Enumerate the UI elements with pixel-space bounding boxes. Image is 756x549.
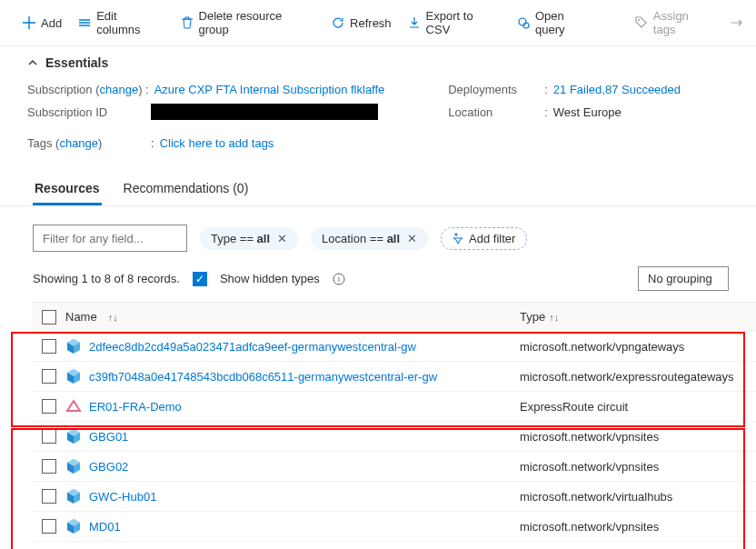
query-icon: [517, 16, 530, 29]
col-name-header[interactable]: Name↑↓: [65, 310, 520, 324]
subscription-label: Subscription (change) :: [27, 83, 149, 96]
resource-icon: [65, 368, 82, 384]
add-filter-label: Add filter: [469, 232, 515, 245]
chip-location[interactable]: Location == all ✕: [311, 227, 428, 250]
show-hidden-checkbox[interactable]: [193, 272, 207, 286]
tabs: Resources Recommendations (0): [0, 165, 756, 206]
delete-button[interactable]: Delete resource group: [181, 9, 316, 36]
tags-value-link[interactable]: Click here to add tags: [160, 136, 274, 150]
tags-change-link[interactable]: change: [59, 136, 98, 150]
row-checkbox[interactable]: [42, 429, 56, 444]
resource-icon: [65, 398, 82, 414]
arrow-right-icon: [731, 16, 743, 29]
row-checkbox[interactable]: [42, 339, 56, 354]
add-filter-button[interactable]: Add filter: [441, 227, 527, 250]
refresh-icon: [332, 16, 344, 29]
subscription-id-label: Subscription ID: [27, 105, 145, 119]
svg-point-0: [519, 18, 526, 25]
row-checkbox[interactable]: [42, 369, 56, 384]
resource-name-link[interactable]: GWC-Hub01: [89, 490, 156, 504]
chip-type[interactable]: Type == all ✕: [200, 227, 298, 250]
svg-text:i: i: [338, 274, 340, 284]
refresh-label: Refresh: [350, 16, 392, 30]
deployments-label: Deployments: [448, 83, 539, 96]
resource-name-link[interactable]: GBG02: [89, 460, 128, 474]
subscription-change-link[interactable]: change: [99, 83, 138, 96]
essentials-title: Essentials: [45, 55, 108, 70]
essentials-toggle[interactable]: Essentials: [0, 46, 756, 79]
add-button[interactable]: Add: [23, 16, 62, 30]
resource-name-link[interactable]: MD01: [89, 520, 121, 534]
filter-bar: Type == all ✕ Location == all ✕ Add filt…: [0, 206, 756, 261]
table-row: GBG02microsoft.network/vpnsites: [33, 452, 756, 482]
table-row: vWAN-DemoVirtual WAN: [33, 542, 756, 549]
svg-point-2: [638, 19, 640, 21]
deployments-value-link[interactable]: 21 Failed,87 Succeeded: [553, 83, 681, 96]
delete-label: Delete resource group: [199, 9, 316, 36]
grouping-select[interactable]: No grouping: [638, 266, 729, 291]
assign-tags-label: Assign tags: [653, 9, 714, 36]
select-all-checkbox[interactable]: [42, 310, 56, 324]
subscription-id-value: [151, 104, 378, 120]
row-checkbox[interactable]: [42, 459, 56, 474]
row-checkbox[interactable]: [42, 399, 56, 414]
resource-type: microsoft.network/vpnsites: [520, 460, 756, 474]
table-row: c39fb7048a0e41748543bcdb068c6511-germany…: [33, 362, 756, 392]
colon: :: [544, 105, 548, 119]
info-icon[interactable]: i: [333, 273, 345, 285]
resource-icon: [65, 428, 82, 444]
table-row: MD01microsoft.network/vpnsites: [33, 512, 756, 542]
tab-resources[interactable]: Resources: [33, 174, 102, 205]
resource-type: microsoft.network/vpnsites: [520, 430, 756, 444]
resource-icon: [65, 488, 82, 504]
subscription-name-link[interactable]: Azure CXP FTA Internal Subscription flkl…: [154, 83, 385, 96]
sort-icon: ↑↓: [549, 312, 559, 323]
resource-name-link[interactable]: ER01-FRA-Demo: [89, 400, 182, 414]
resource-icon: [65, 458, 82, 474]
resource-type: microsoft.network/virtualhubs: [520, 490, 756, 504]
columns-icon: [78, 16, 91, 29]
table-row: ER01-FRA-DemoExpressRoute circuit: [33, 392, 756, 422]
edit-columns-button[interactable]: Edit columns: [78, 9, 164, 36]
resource-type: ExpressRoute circuit: [520, 400, 756, 414]
resource-icon: [65, 518, 82, 534]
records-row: Showing 1 to 8 of 8 records. Show hidden…: [0, 261, 756, 296]
table-row: GWC-Hub01microsoft.network/virtualhubs: [33, 482, 756, 512]
tab-recommendations[interactable]: Recommendations (0): [122, 174, 251, 205]
resource-type: microsoft.network/vpnsites: [520, 520, 756, 534]
show-hidden-label: Show hidden types: [220, 272, 320, 285]
resource-name-link[interactable]: 2dfeec8db2cd49a5a023471adfca9eef-germany…: [89, 340, 416, 354]
resource-name-link[interactable]: GBG01: [89, 430, 128, 444]
essentials-body: Subscription (change) : Azure CXP FTA In…: [0, 79, 756, 165]
col-type-header[interactable]: Type↑↓: [520, 310, 756, 324]
tags-label: Tags (change): [27, 136, 145, 150]
resource-table: Name↑↓ Type↑↓ 2dfeec8db2cd49a5a023471adf…: [33, 302, 756, 549]
edit-columns-label: Edit columns: [96, 9, 164, 36]
row-checkbox[interactable]: [42, 489, 56, 504]
location-value: West Europe: [553, 105, 622, 119]
assign-tags-button: Assign tags: [635, 9, 714, 36]
plus-icon: [23, 16, 35, 29]
refresh-button[interactable]: Refresh: [332, 16, 392, 30]
resource-icon: [65, 338, 82, 354]
row-checkbox[interactable]: [42, 519, 56, 534]
colon: :: [544, 83, 548, 96]
resource-type: microsoft.network/vpngateways: [520, 340, 756, 354]
table-row: 2dfeec8db2cd49a5a023471adfca9eef-germany…: [33, 332, 756, 362]
sort-icon: ↑↓: [108, 312, 118, 323]
filter-icon: [453, 233, 463, 244]
export-csv-button[interactable]: Export to CSV: [408, 9, 501, 36]
trash-icon: [181, 16, 194, 29]
close-icon[interactable]: ✕: [277, 232, 287, 245]
export-csv-label: Export to CSV: [426, 9, 501, 36]
filter-input[interactable]: [33, 225, 187, 252]
resource-name-link[interactable]: c39fb7048a0e41748543bcdb068c6511-germany…: [89, 370, 437, 384]
table-header: Name↑↓ Type↑↓: [33, 302, 756, 332]
table-row: GBG01microsoft.network/vpnsites: [33, 422, 756, 452]
open-query-button[interactable]: Open query: [517, 9, 597, 36]
close-icon[interactable]: ✕: [407, 232, 417, 245]
toolbar: Add Edit columns Delete resource group R…: [0, 0, 756, 46]
chevron-up-icon: [27, 57, 38, 68]
download-icon: [408, 16, 421, 29]
records-count: Showing 1 to 8 of 8 records.: [33, 272, 180, 285]
